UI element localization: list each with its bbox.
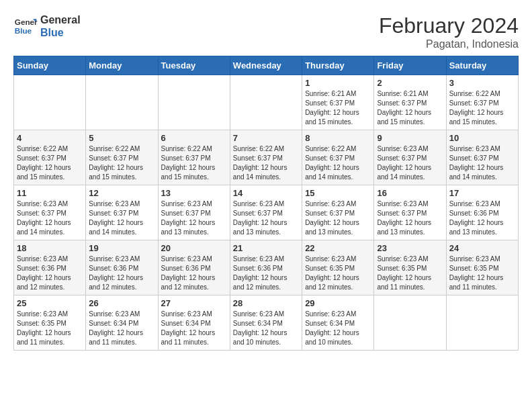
calendar-cell: 6Sunrise: 6:22 AMSunset: 6:37 PMDaylight… [158,130,230,185]
day-number: 21 [233,243,299,253]
day-info: Sunrise: 6:23 AMSunset: 6:36 PMDaylight:… [161,255,227,292]
calendar-cell: 10Sunrise: 6:23 AMSunset: 6:37 PMDayligh… [446,130,518,185]
day-number: 23 [377,243,443,253]
svg-text:Blue: Blue [15,26,32,35]
calendar-cell: 8Sunrise: 6:22 AMSunset: 6:37 PMDaylight… [302,130,374,185]
weekday-header-monday: Monday [86,56,158,75]
day-info: Sunrise: 6:22 AMSunset: 6:37 PMDaylight:… [233,144,299,182]
calendar-cell: 19Sunrise: 6:23 AMSunset: 6:36 PMDayligh… [86,240,158,295]
weekday-header-tuesday: Tuesday [158,56,230,75]
day-number: 13 [161,188,227,198]
calendar-cell: 12Sunrise: 6:23 AMSunset: 6:37 PMDayligh… [86,185,158,240]
day-info: Sunrise: 6:23 AMSunset: 6:34 PMDaylight:… [161,310,227,347]
day-info: Sunrise: 6:23 AMSunset: 6:37 PMDaylight:… [89,199,154,237]
day-number: 8 [305,133,371,143]
day-number: 22 [305,243,371,253]
week-row-4: 18Sunrise: 6:23 AMSunset: 6:36 PMDayligh… [14,240,519,295]
calendar-cell: 18Sunrise: 6:23 AMSunset: 6:36 PMDayligh… [14,240,86,295]
calendar-cell: 9Sunrise: 6:23 AMSunset: 6:37 PMDaylight… [374,130,446,185]
day-number: 7 [233,133,299,143]
week-row-5: 25Sunrise: 6:23 AMSunset: 6:35 PMDayligh… [14,295,519,351]
day-number: 4 [17,133,83,143]
logo-blue: Blue [40,26,81,39]
day-info: Sunrise: 6:23 AMSunset: 6:37 PMDaylight:… [161,199,227,237]
calendar-cell [158,75,230,130]
day-number: 26 [89,298,154,308]
logo-general: General [40,13,81,26]
calendar-cell: 13Sunrise: 6:23 AMSunset: 6:37 PMDayligh… [158,185,230,240]
calendar-cell [86,75,158,130]
day-info: Sunrise: 6:23 AMSunset: 6:37 PMDaylight:… [233,199,299,237]
day-info: Sunrise: 6:22 AMSunset: 6:37 PMDaylight:… [161,144,227,182]
weekday-header-thursday: Thursday [302,56,374,75]
weekday-header-saturday: Saturday [446,56,518,75]
day-info: Sunrise: 6:22 AMSunset: 6:37 PMDaylight:… [305,144,371,182]
day-number: 17 [449,188,515,198]
day-info: Sunrise: 6:23 AMSunset: 6:37 PMDaylight:… [449,144,515,182]
day-info: Sunrise: 6:23 AMSunset: 6:35 PMDaylight:… [449,255,515,292]
page-header: General Blue General Blue February 2024 … [13,13,519,50]
calendar-cell: 7Sunrise: 6:22 AMSunset: 6:37 PMDaylight… [230,130,302,185]
day-number: 18 [17,243,83,253]
day-number: 11 [17,188,83,198]
calendar-cell [446,295,518,351]
day-number: 12 [89,188,154,198]
calendar-cell [230,75,302,130]
calendar-cell: 27Sunrise: 6:23 AMSunset: 6:34 PMDayligh… [158,295,230,351]
day-info: Sunrise: 6:22 AMSunset: 6:37 PMDaylight:… [449,89,515,127]
week-row-1: 1Sunrise: 6:21 AMSunset: 6:37 PMDaylight… [14,75,519,130]
calendar-cell: 1Sunrise: 6:21 AMSunset: 6:37 PMDaylight… [302,75,374,130]
day-number: 20 [161,243,227,253]
weekday-header-wednesday: Wednesday [230,56,302,75]
day-info: Sunrise: 6:22 AMSunset: 6:37 PMDaylight:… [89,144,154,182]
calendar-cell: 22Sunrise: 6:23 AMSunset: 6:35 PMDayligh… [302,240,374,295]
day-info: Sunrise: 6:23 AMSunset: 6:37 PMDaylight:… [377,199,443,237]
day-info: Sunrise: 6:23 AMSunset: 6:34 PMDaylight:… [305,310,371,347]
title-block: February 2024 Pagatan, Indonesia [379,13,519,50]
day-info: Sunrise: 6:23 AMSunset: 6:35 PMDaylight:… [17,310,83,347]
day-info: Sunrise: 6:23 AMSunset: 6:34 PMDaylight:… [89,310,154,347]
logo: General Blue General Blue [13,13,81,39]
calendar-cell: 5Sunrise: 6:22 AMSunset: 6:37 PMDaylight… [86,130,158,185]
calendar-cell: 4Sunrise: 6:22 AMSunset: 6:37 PMDaylight… [14,130,86,185]
svg-text:General: General [15,17,38,26]
calendar-cell [374,295,446,351]
day-info: Sunrise: 6:23 AMSunset: 6:34 PMDaylight:… [233,310,299,347]
day-info: Sunrise: 6:23 AMSunset: 6:37 PMDaylight:… [305,199,371,237]
day-number: 1 [305,78,371,88]
day-number: 28 [233,298,299,308]
day-number: 9 [377,133,443,143]
day-number: 29 [305,298,371,308]
calendar-cell: 17Sunrise: 6:23 AMSunset: 6:36 PMDayligh… [446,185,518,240]
calendar-cell: 23Sunrise: 6:23 AMSunset: 6:35 PMDayligh… [374,240,446,295]
day-info: Sunrise: 6:23 AMSunset: 6:36 PMDaylight:… [233,255,299,292]
day-number: 19 [89,243,154,253]
day-info: Sunrise: 6:23 AMSunset: 6:36 PMDaylight:… [89,255,154,292]
day-number: 15 [305,188,371,198]
calendar-cell: 28Sunrise: 6:23 AMSunset: 6:34 PMDayligh… [230,295,302,351]
day-number: 16 [377,188,443,198]
weekday-header-friday: Friday [374,56,446,75]
location: Pagatan, Indonesia [379,38,519,50]
calendar-cell: 25Sunrise: 6:23 AMSunset: 6:35 PMDayligh… [14,295,86,351]
calendar-cell: 29Sunrise: 6:23 AMSunset: 6:34 PMDayligh… [302,295,374,351]
calendar-cell: 2Sunrise: 6:21 AMSunset: 6:37 PMDaylight… [374,75,446,130]
calendar-cell: 24Sunrise: 6:23 AMSunset: 6:35 PMDayligh… [446,240,518,295]
calendar-cell: 3Sunrise: 6:22 AMSunset: 6:37 PMDaylight… [446,75,518,130]
calendar-cell: 21Sunrise: 6:23 AMSunset: 6:36 PMDayligh… [230,240,302,295]
day-info: Sunrise: 6:23 AMSunset: 6:36 PMDaylight:… [449,199,515,237]
day-info: Sunrise: 6:23 AMSunset: 6:35 PMDaylight:… [377,255,443,292]
week-row-3: 11Sunrise: 6:23 AMSunset: 6:37 PMDayligh… [14,185,519,240]
day-number: 14 [233,188,299,198]
day-number: 10 [449,133,515,143]
weekday-header-sunday: Sunday [14,56,86,75]
calendar-cell: 11Sunrise: 6:23 AMSunset: 6:37 PMDayligh… [14,185,86,240]
day-info: Sunrise: 6:23 AMSunset: 6:37 PMDaylight:… [17,199,83,237]
calendar-cell: 16Sunrise: 6:23 AMSunset: 6:37 PMDayligh… [374,185,446,240]
day-info: Sunrise: 6:21 AMSunset: 6:37 PMDaylight:… [377,89,443,127]
day-number: 6 [161,133,227,143]
day-number: 24 [449,243,515,253]
day-number: 25 [17,298,83,308]
calendar-cell: 15Sunrise: 6:23 AMSunset: 6:37 PMDayligh… [302,185,374,240]
week-row-2: 4Sunrise: 6:22 AMSunset: 6:37 PMDaylight… [14,130,519,185]
